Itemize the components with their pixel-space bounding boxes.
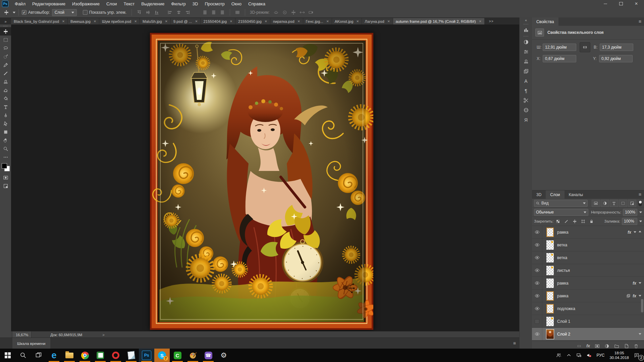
screen-mode-button[interactable] <box>0 182 11 190</box>
document-tab[interactable]: Лагуна.psd✕ <box>362 18 393 24</box>
align-left-button[interactable] <box>166 8 174 16</box>
visibility-toggle[interactable] <box>532 328 542 340</box>
menu-window[interactable]: Окно <box>228 0 245 7</box>
tool-preset-caret-icon[interactable] <box>13 12 15 15</box>
menu-image[interactable]: Изображение <box>69 0 103 7</box>
tab-close-icon[interactable]: ✕ <box>326 19 329 23</box>
document-tab[interactable]: Генс.jpg...✕ <box>303 18 332 24</box>
3d-slide-button[interactable] <box>298 8 307 16</box>
reader-app-button[interactable] <box>93 349 108 362</box>
dock-grip[interactable]: ▪▪▪▪▪ <box>520 23 532 25</box>
language-indicator[interactable]: РУС <box>594 349 607 362</box>
adjustments-panel-icon[interactable] <box>520 37 532 47</box>
tab-properties[interactable]: Свойства <box>532 17 558 26</box>
distribute-top-button[interactable] <box>201 8 209 16</box>
scroll-more-icon[interactable] <box>639 333 641 336</box>
glyphs-panel-icon[interactable]: Я <box>520 115 532 125</box>
toolbox-grip[interactable]: ▪▪▪▪ <box>0 24 11 27</box>
menu-edit[interactable]: Редактирование <box>29 0 69 7</box>
height-field[interactable]: 17,3 дюйм <box>600 44 633 51</box>
menu-select[interactable]: Выделение <box>138 0 168 7</box>
tab-layers[interactable]: Слои <box>546 190 564 199</box>
layer-name[interactable]: рамка <box>557 230 569 235</box>
task-view-button[interactable] <box>31 349 46 362</box>
tab-3d[interactable]: 3D <box>532 190 546 199</box>
brush-settings-panel-icon[interactable] <box>520 47 532 57</box>
lock-transparency-button[interactable] <box>554 218 562 225</box>
clone-source-panel-icon[interactable] <box>520 57 532 66</box>
document-canvas[interactable] <box>150 33 373 330</box>
layer-thumbnail[interactable] <box>546 279 554 288</box>
menu-view[interactable]: Просмотр <box>201 0 228 7</box>
move-tool[interactable] <box>0 27 11 36</box>
3d-camera-button[interactable] <box>307 8 315 16</box>
start-button[interactable] <box>0 349 15 362</box>
layer-row[interactable]: ветка <box>532 251 644 264</box>
status-options-chevron[interactable]: > <box>102 333 104 337</box>
filter-adjustment-layers-button[interactable] <box>601 200 609 207</box>
filter-type-layers-button[interactable] <box>610 200 618 207</box>
skype-button[interactable]: S 7 <box>154 349 170 362</box>
fx-collapse-icon[interactable] <box>639 282 641 285</box>
quick-selection-tool[interactable] <box>0 52 11 61</box>
y-field[interactable]: 0,92 дюйм <box>599 55 633 62</box>
lock-artboard-button[interactable] <box>579 218 587 225</box>
layers-scrollbar[interactable] <box>641 299 643 312</box>
tab-close-icon[interactable]: ✕ <box>94 19 96 23</box>
document-tab-active[interactable]: autumn frame.psd @ 16,7% (Слой 2, RGB/8#… <box>393 18 485 24</box>
width-field[interactable]: 12,91 дюйм <box>543 44 576 51</box>
3d-panel-icon[interactable] <box>520 105 532 115</box>
tab-close-icon[interactable]: ✕ <box>62 19 65 23</box>
visibility-toggle[interactable] <box>532 239 542 251</box>
paragraph-panel-icon[interactable]: ¶ <box>520 86 532 96</box>
taskbar-search-button[interactable] <box>15 349 31 362</box>
visibility-toggle[interactable] <box>532 290 542 302</box>
document-tab[interactable]: 21550404.jpg✕ <box>201 18 235 24</box>
menu-filter[interactable]: Фильтр <box>168 0 189 7</box>
photoshop-taskbar-button[interactable]: Ps <box>139 349 154 362</box>
lasso-tool[interactable] <box>0 44 11 52</box>
hidden-icons-button[interactable] <box>564 349 574 362</box>
foreground-color[interactable] <box>2 163 7 169</box>
layer-name[interactable]: Слой 2 <box>557 332 570 337</box>
marquee-tool[interactable] <box>0 36 11 44</box>
visibility-toggle[interactable] <box>532 277 542 289</box>
show-transform-checkbox[interactable] <box>83 10 88 15</box>
menu-file[interactable]: Файл <box>11 0 29 7</box>
collapse-panels-icon[interactable]: « <box>520 17 532 23</box>
link-dimensions-button[interactable] <box>580 42 590 52</box>
visibility-toggle[interactable] <box>532 264 542 277</box>
new-layer-button[interactable] <box>624 344 629 349</box>
blend-mode-dropdown[interactable]: Обычные <box>534 209 588 216</box>
align-bottom-button[interactable] <box>152 8 161 16</box>
document-tab[interactable]: 9.psd @ ...✕ <box>171 18 201 24</box>
menu-help[interactable]: Справка <box>245 0 269 7</box>
collapse-all-icon[interactable] <box>639 231 641 232</box>
fill-field[interactable]: 100% <box>622 218 637 225</box>
timeline-tab[interactable]: Шкала времени <box>12 338 50 349</box>
eyedropper-tool[interactable] <box>0 61 11 69</box>
document-tab[interactable]: Викеша.jpg✕ <box>68 18 99 24</box>
layer-filter-toggle[interactable] <box>638 200 642 206</box>
notes-app-button[interactable] <box>123 349 139 362</box>
distribute-spacing-button[interactable] <box>233 8 242 16</box>
tab-channels[interactable]: Каналы <box>565 190 588 199</box>
file-explorer-button[interactable] <box>62 349 77 362</box>
x-field[interactable]: 0,67 дюйм <box>543 55 576 62</box>
fx-badge[interactable]: fx <box>633 281 636 286</box>
opera-button[interactable] <box>108 349 123 362</box>
character-panel-icon[interactable]: A <box>520 76 532 86</box>
autoselect-checkbox[interactable]: ✓ <box>22 10 26 15</box>
layer-thumbnail[interactable] <box>546 304 554 313</box>
layer-name[interactable]: рамка <box>557 281 569 286</box>
brush-tool[interactable] <box>0 69 11 77</box>
zoom-tool[interactable] <box>0 144 11 153</box>
color-swatches[interactable] <box>2 163 10 171</box>
3d-roll-button[interactable] <box>280 8 289 16</box>
actions-panel-icon[interactable] <box>520 96 532 105</box>
clock[interactable]: 18:05 30.04.2018 <box>607 351 632 360</box>
align-hcenter-button[interactable] <box>174 8 183 16</box>
menu-3d[interactable]: 3D <box>189 0 202 7</box>
layer-row[interactable]: подложка <box>532 302 644 315</box>
settings-button[interactable]: ⚙ <box>216 349 231 362</box>
